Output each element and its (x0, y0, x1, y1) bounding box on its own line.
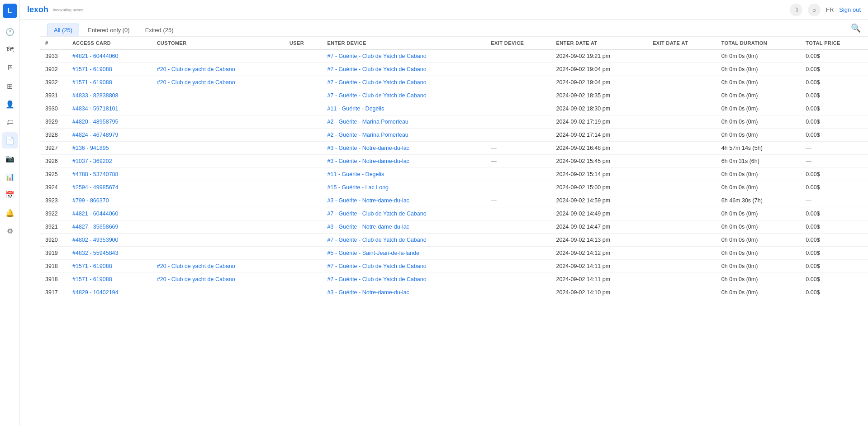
cell-enter-device[interactable]: #2 - Guérite - Marina Pomerleau (322, 115, 486, 129)
cell-enter-device[interactable]: #7 - Guérite - Club de Yatch de Cabano (322, 234, 486, 247)
cell-access-card[interactable]: #2594 - 49985674 (67, 181, 152, 194)
cell-total-price: — (800, 155, 868, 168)
cell-access-card[interactable]: #4821 - 60444060 (67, 207, 152, 220)
table-row: 3924#2594 - 49985674#15 - Guérite - Lac … (40, 181, 868, 194)
map-icon[interactable]: 🗺 (2, 42, 18, 58)
cell-access-card[interactable]: #4829 - 10402194 (67, 286, 152, 299)
cell-exit-device (485, 207, 550, 220)
cell-enter-date-at: 2024-09-02 14:11 pm (551, 260, 648, 273)
cell-enter-device[interactable]: #7 - Guérite - Club de Yatch de Cabano (322, 89, 486, 102)
cell-exit-date-at (647, 273, 716, 286)
bell-icon[interactable]: 🔔 (2, 205, 18, 221)
theme-toggle[interactable]: ☽ (790, 4, 802, 16)
chart-icon[interactable]: 📊 (2, 168, 18, 185)
cell-user (284, 286, 322, 299)
cell-enter-device[interactable]: #11 - Guérite - Degelis (322, 168, 486, 181)
brand-logo[interactable]: L (3, 4, 17, 18)
cell-exit-date-at (647, 115, 716, 129)
cell-exit-device (485, 234, 550, 247)
grid-icon[interactable]: ⊞ (2, 78, 18, 94)
cell-user (284, 102, 322, 115)
cell-customer[interactable]: #20 - Club de yacht de Cabano (152, 260, 284, 273)
cell-#: 3923 (40, 194, 67, 207)
cell-enter-date-at: 2024-09-02 14:49 pm (551, 207, 648, 220)
cell-enter-device[interactable]: #3 - Guérite - Notre-dame-du-lac (322, 194, 486, 207)
cell-access-card[interactable]: #799 - 866370 (67, 194, 152, 207)
cell-enter-device[interactable]: #3 - Guérite - Notre-dame-du-lac (322, 142, 486, 155)
cell-enter-device[interactable]: #7 - Guérite - Club de Yatch de Cabano (322, 260, 486, 273)
cell-total-duration: 0h 0m 0s (0m) (716, 247, 801, 260)
tag-icon[interactable]: 🏷 (2, 114, 18, 130)
cell-enter-device[interactable]: #2 - Guérite - Marina Pomerleau (322, 129, 486, 142)
cell-access-card[interactable]: #1037 - 369202 (67, 155, 152, 168)
cell-customer (152, 142, 284, 155)
cell-exit-device (485, 89, 550, 102)
document-icon[interactable]: 📄 (2, 132, 18, 148)
clock-icon[interactable]: 🕐 (2, 24, 18, 40)
cell-enter-device[interactable]: #15 - Guérite - Lac Long (322, 181, 486, 194)
cell-user (284, 234, 322, 247)
cell-customer (152, 181, 284, 194)
tab-entered[interactable]: Entered only (0) (81, 24, 137, 36)
cell-access-card[interactable]: #4788 - 53740788 (67, 168, 152, 181)
col-header-enter-date-at: ENTER DATE AT (551, 37, 648, 50)
cell-enter-device[interactable]: #7 - Guérite - Club de Yatch de Cabano (322, 273, 486, 286)
topbar-brand: lexoh innovating acces (27, 5, 790, 14)
cell-total-duration: 0h 0m 0s (0m) (716, 50, 801, 63)
cell-customer (152, 220, 284, 234)
table-container[interactable]: #ACCESS CARDCUSTOMERUSERENTER DEVICEEXIT… (40, 37, 868, 426)
cell-#: 3926 (40, 155, 67, 168)
cell-total-duration: 0h 0m 0s (0m) (716, 273, 801, 286)
cell-user (284, 76, 322, 89)
cell-enter-date-at: 2024-09-02 18:35 pm (551, 89, 648, 102)
cell-access-card[interactable]: #4802 - 49353900 (67, 234, 152, 247)
cell-access-card[interactable]: #1571 - 619088 (67, 63, 152, 76)
circle-button[interactable]: ○ (808, 4, 821, 16)
cell-enter-device[interactable]: #3 - Guérite - Notre-dame-du-lac (322, 286, 486, 299)
col-header-access-card: ACCESS CARD (67, 37, 152, 50)
cell-access-card[interactable]: #1571 - 619088 (67, 260, 152, 273)
cell-enter-date-at: 2024-09-02 14:59 pm (551, 194, 648, 207)
cell-customer[interactable]: #20 - Club de yacht de Cabano (152, 63, 284, 76)
cell-customer[interactable]: #20 - Club de yacht de Cabano (152, 76, 284, 89)
cell-total-price: 0.00$ (800, 76, 868, 89)
sign-out-link[interactable]: Sign out (839, 6, 861, 13)
sidebar: L 🕐🗺🖥⊞👤🏷📄📷📊📅🔔⚙ (0, 0, 20, 426)
cell-access-card[interactable]: #4820 - 48958795 (67, 115, 152, 129)
cell-exit-device (485, 129, 550, 142)
camera-icon[interactable]: 📷 (2, 150, 18, 167)
col-header-total-price: TOTAL PRICE (800, 37, 868, 50)
settings-icon[interactable]: ⚙ (2, 223, 18, 239)
tab-all[interactable]: All (25) (47, 24, 79, 36)
cell-enter-device[interactable]: #7 - Guérite - Club de Yatch de Cabano (322, 76, 486, 89)
cell-enter-device[interactable]: #7 - Guérite - Club de Yatch de Cabano (322, 63, 486, 76)
language-selector[interactable]: FR (826, 6, 834, 13)
cell-enter-device[interactable]: #3 - Guérite - Notre-dame-du-lac (322, 220, 486, 234)
cell-enter-device[interactable]: #7 - Guérite - Club de Yatch de Cabano (322, 50, 486, 63)
cell-access-card[interactable]: #4834 - 59718101 (67, 102, 152, 115)
cell-enter-device[interactable]: #7 - Guérite - Club de Yatch de Cabano (322, 207, 486, 220)
cell-enter-date-at: 2024-09-02 19:04 pm (551, 76, 648, 89)
cell-access-card[interactable]: #136 - 941895 (67, 142, 152, 155)
cell-access-card[interactable]: #4824 - 46748979 (67, 129, 152, 142)
table-row: 3925#4788 - 53740788#11 - Guérite - Dege… (40, 168, 868, 181)
cell-access-card[interactable]: #4821 - 60444060 (67, 50, 152, 63)
cell-access-card[interactable]: #1571 - 619088 (67, 76, 152, 89)
cell-access-card[interactable]: #4833 - 82838808 (67, 89, 152, 102)
cell-customer[interactable]: #20 - Club de yacht de Cabano (152, 273, 284, 286)
cell-access-card[interactable]: #1571 - 619088 (67, 273, 152, 286)
col-header-total-duration: TOTAL DURATION (716, 37, 801, 50)
cell-user (284, 129, 322, 142)
cell-#: 3921 (40, 220, 67, 234)
cell-enter-device[interactable]: #5 - Guérite - Saint-Jean-de-la-lande (322, 247, 486, 260)
search-button[interactable]: 🔍 (851, 23, 861, 33)
tab-exited[interactable]: Exited (25) (138, 24, 180, 36)
cell-access-card[interactable]: #4832 - 55945843 (67, 247, 152, 260)
cell-total-price: 0.00$ (800, 129, 868, 142)
cell-enter-device[interactable]: #3 - Guérite - Notre-dame-du-lac (322, 155, 486, 168)
monitor-icon[interactable]: 🖥 (2, 60, 18, 76)
cell-access-card[interactable]: #4827 - 35658669 (67, 220, 152, 234)
cell-enter-device[interactable]: #11 - Guérite - Degelis (322, 102, 486, 115)
person-icon[interactable]: 👤 (2, 96, 18, 112)
calendar-icon[interactable]: 📅 (2, 187, 18, 203)
